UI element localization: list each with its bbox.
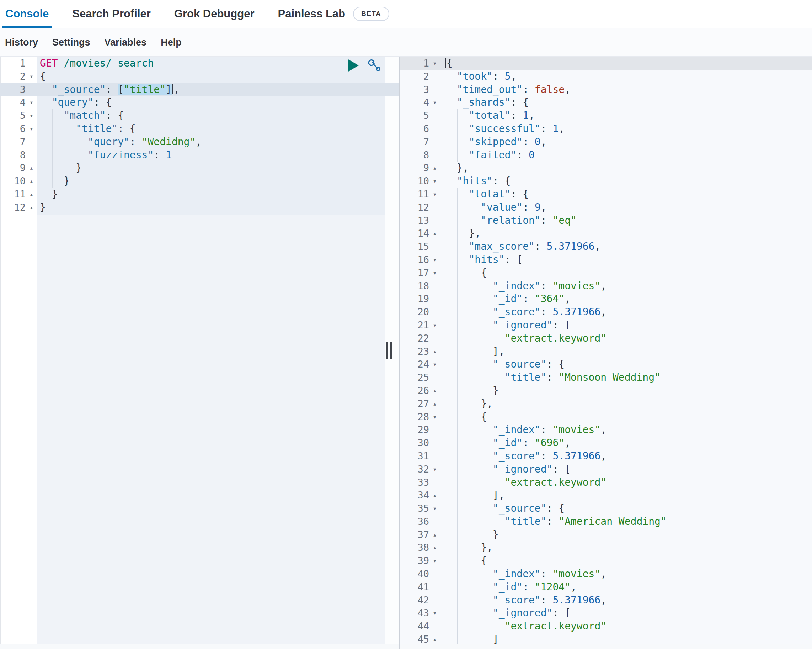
code-text[interactable]: "max_score": 5.371966,	[441, 240, 812, 253]
code-text[interactable]: "extract.keyword"	[441, 332, 812, 345]
pane-resize-handle[interactable]	[386, 342, 392, 359]
fold-close-icon[interactable]: ▴	[429, 345, 441, 358]
code-text[interactable]: "fuzziness": 1	[37, 149, 399, 162]
code-text[interactable]: "_score": 5.371966,	[441, 594, 812, 607]
code-text[interactable]: "_score": 5.371966,	[441, 450, 812, 463]
code-text[interactable]: }	[441, 528, 812, 542]
fold-close-icon[interactable]: ▴	[429, 162, 441, 175]
fold-close-icon[interactable]: ▴	[429, 227, 441, 240]
code-text[interactable]: "successful": 1,	[441, 122, 812, 136]
fold-open-icon[interactable]: ▾	[429, 175, 441, 188]
menu-settings[interactable]: Settings	[52, 37, 90, 48]
code-text[interactable]: }	[37, 188, 399, 201]
code-text[interactable]: },	[441, 162, 812, 175]
code-text[interactable]: "_source": ["title"],	[37, 83, 399, 96]
code-text[interactable]: "relation": "eq"	[441, 214, 812, 227]
code-text[interactable]: "extract.keyword"	[441, 476, 812, 489]
code-text[interactable]: }	[37, 201, 399, 214]
fold-close-icon[interactable]: ▴	[26, 175, 37, 188]
fold-open-icon[interactable]: ▾	[429, 266, 441, 280]
code-text[interactable]: "_ignored": [	[441, 607, 812, 620]
code-text[interactable]: "value": 9,	[441, 201, 812, 214]
code-text[interactable]: "extract.keyword"	[441, 620, 812, 633]
code-text[interactable]: "hits": {	[441, 175, 812, 188]
code-text[interactable]: "title": "Monsoon Wedding"	[441, 371, 812, 384]
fold-open-icon[interactable]: ▾	[429, 607, 441, 620]
fold-open-icon[interactable]: ▾	[26, 96, 37, 109]
fold-open-icon[interactable]: ▾	[429, 253, 441, 266]
fold-open-icon[interactable]: ▾	[429, 554, 441, 568]
fold-open-icon[interactable]: ▾	[429, 96, 441, 109]
code-text[interactable]: "query": {	[37, 96, 399, 109]
code-text[interactable]: "_index": "movies",	[441, 423, 812, 436]
fold-open-icon[interactable]: ▾	[26, 109, 37, 122]
tab-console[interactable]: Console	[5, 0, 49, 28]
code-text[interactable]: "hits": [	[441, 253, 812, 266]
fold-open-icon[interactable]: ▾	[429, 188, 441, 201]
code-text[interactable]: {	[441, 57, 812, 70]
code-text[interactable]: "title": {	[37, 122, 399, 136]
code-text[interactable]: "_index": "movies",	[441, 280, 812, 293]
code-text[interactable]: "_id": "696",	[441, 436, 812, 450]
code-text[interactable]: "_source": {	[441, 502, 812, 515]
request-scrollbar-track[interactable]	[0, 644, 399, 649]
code-text[interactable]: "query": "Wedidng",	[37, 136, 399, 149]
fold-close-icon[interactable]: ▴	[26, 188, 37, 201]
tab-painless-lab[interactable]: Painless Lab BETA	[278, 0, 390, 28]
response-editor[interactable]: 1▾{2"took": 5,3"timed_out": false,4▾"_sh…	[399, 57, 812, 649]
fold-open-icon[interactable]: ▾	[429, 319, 441, 332]
menu-variables[interactable]: Variables	[105, 37, 147, 48]
code-text[interactable]: }	[37, 175, 399, 188]
request-editor[interactable]: 1GET /movies/_search2▾{3"_source": ["tit…	[0, 57, 399, 649]
response-scrollbar-track[interactable]	[400, 644, 812, 649]
fold-close-icon[interactable]: ▴	[429, 384, 441, 398]
fold-close-icon[interactable]: ▴	[429, 528, 441, 542]
code-text[interactable]: "_shards": {	[441, 96, 812, 109]
code-text[interactable]: },	[441, 398, 812, 410]
code-text[interactable]: {	[441, 410, 812, 424]
fold-close-icon[interactable]: ▴	[26, 201, 37, 214]
tab-search-profiler[interactable]: Search Profiler	[72, 0, 151, 28]
fold-open-icon[interactable]: ▾	[429, 463, 441, 476]
code-text[interactable]: "_source": {	[441, 358, 812, 371]
menu-help[interactable]: Help	[161, 37, 182, 48]
code-text[interactable]: GET /movies/_search	[37, 57, 399, 70]
code-text[interactable]: {	[37, 70, 399, 83]
code-text[interactable]: "total": {	[441, 188, 812, 201]
code-text[interactable]: "match": {	[37, 109, 399, 122]
code-text[interactable]: },	[441, 541, 812, 554]
send-request-play-icon[interactable]	[348, 59, 359, 72]
code-text[interactable]: ],	[441, 345, 812, 358]
code-text[interactable]: ],	[441, 489, 812, 502]
fold-close-icon[interactable]: ▴	[26, 162, 37, 175]
code-text[interactable]: },	[441, 227, 812, 240]
fold-open-icon[interactable]: ▾	[429, 57, 441, 70]
code-text[interactable]: {	[441, 554, 812, 568]
tab-grok-debugger[interactable]: Grok Debugger	[174, 0, 255, 28]
fold-close-icon[interactable]: ▴	[429, 489, 441, 502]
code-text[interactable]: "_index": "movies",	[441, 568, 812, 581]
code-text[interactable]: }	[37, 162, 399, 175]
code-text[interactable]: "took": 5,	[441, 70, 812, 83]
code-text[interactable]: "_ignored": [	[441, 319, 812, 332]
code-text[interactable]: "failed": 0	[441, 149, 812, 162]
fold-open-icon[interactable]: ▾	[429, 502, 441, 515]
menu-history[interactable]: History	[5, 37, 38, 48]
code-text[interactable]: "timed_out": false,	[441, 83, 812, 96]
code-text[interactable]: "_id": "1204",	[441, 581, 812, 594]
code-text[interactable]: "_score": 5.371966,	[441, 306, 812, 319]
fold-close-icon[interactable]: ▴	[429, 398, 441, 410]
fold-open-icon[interactable]: ▾	[429, 358, 441, 371]
wrench-icon[interactable]	[367, 58, 382, 73]
fold-open-icon[interactable]: ▾	[26, 70, 37, 83]
code-text[interactable]: "_id": "364",	[441, 292, 812, 306]
code-text[interactable]: "skipped": 0,	[441, 136, 812, 149]
fold-open-icon[interactable]: ▾	[429, 410, 441, 424]
fold-open-icon[interactable]: ▾	[26, 122, 37, 136]
fold-close-icon[interactable]: ▴	[429, 541, 441, 554]
code-text[interactable]: "total": 1,	[441, 109, 812, 122]
code-text[interactable]: {	[441, 266, 812, 280]
code-text[interactable]: "title": "American Wedding"	[441, 515, 812, 528]
code-text[interactable]: "_ignored": [	[441, 463, 812, 476]
code-text[interactable]: }	[441, 384, 812, 398]
